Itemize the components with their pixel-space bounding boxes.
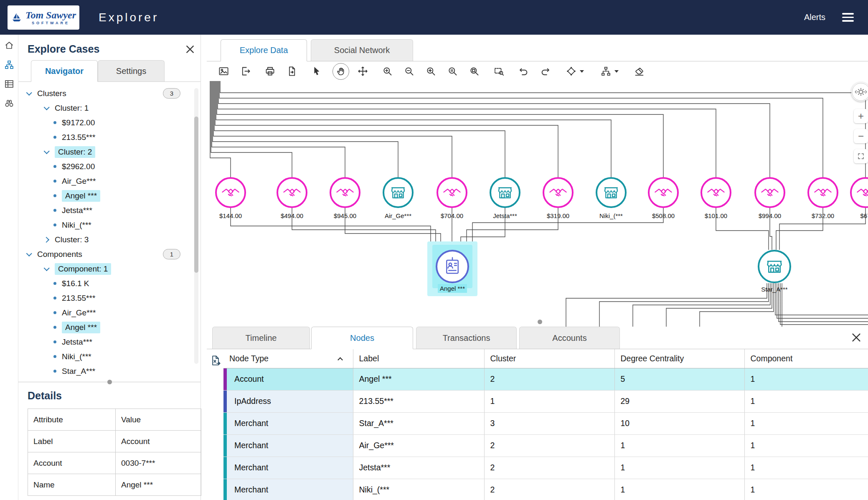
- zoom-in-icon[interactable]: [379, 63, 396, 80]
- transaction-node[interactable]: [543, 177, 574, 208]
- tab-nodes[interactable]: Nodes: [311, 327, 413, 349]
- col-component[interactable]: Component: [744, 349, 868, 368]
- merchant-node[interactable]: [383, 177, 414, 208]
- resize-handle[interactable]: [107, 380, 112, 384]
- account-node-selected[interactable]: [436, 250, 469, 283]
- zoom-out-icon[interactable]: [401, 63, 417, 80]
- fit-to-view-button[interactable]: [854, 149, 868, 163]
- handshake-icon: [221, 183, 240, 202]
- page-export-icon[interactable]: [283, 63, 300, 80]
- tab-transactions[interactable]: Transactions: [416, 327, 517, 349]
- scrollbar-thumb[interactable]: [194, 117, 198, 273]
- table-row[interactable]: Merchant Star_A*** 3 10 1: [223, 412, 868, 434]
- chevron-down-icon[interactable]: [26, 250, 32, 256]
- chevron-down-icon[interactable]: [26, 89, 32, 95]
- tree-item[interactable]: Niki_(***: [18, 349, 201, 364]
- graph-canvas[interactable]: $144.00 $494.00 $945.00 Air_Ge*** $704.0…: [207, 81, 868, 327]
- transaction-node[interactable]: [277, 177, 307, 208]
- zoom-out-button[interactable]: −: [854, 129, 868, 143]
- export-icon[interactable]: [237, 63, 254, 80]
- home-icon[interactable]: [4, 41, 14, 52]
- tree-item[interactable]: $2962.00: [18, 159, 201, 174]
- select-arrow-icon[interactable]: [308, 63, 325, 80]
- tree-item-cluster-2[interactable]: Cluster: 2: [18, 145, 201, 159]
- tab-settings[interactable]: Settings: [98, 60, 165, 81]
- tree-item[interactable]: Air_Ge***: [18, 174, 201, 188]
- merchant-node[interactable]: [596, 177, 627, 208]
- col-node-type[interactable]: Node Type: [223, 349, 353, 368]
- merchant-hub-node[interactable]: [758, 250, 791, 283]
- chevron-right-icon[interactable]: [43, 236, 49, 242]
- export-table-icon[interactable]: [209, 354, 223, 368]
- transaction-node[interactable]: [330, 177, 360, 208]
- hierarchy-layout-icon[interactable]: [596, 63, 623, 80]
- chevron-down-icon[interactable]: [580, 70, 584, 73]
- table-view-icon[interactable]: [4, 79, 14, 91]
- marquee-zoom-icon[interactable]: [490, 63, 507, 80]
- col-degree-centrality[interactable]: Degree Centrality: [614, 349, 744, 368]
- chevron-down-icon[interactable]: [44, 148, 50, 154]
- table-row[interactable]: Merchant Air_Ge*** 2 1 1: [223, 434, 868, 457]
- close-icon[interactable]: [185, 45, 195, 54]
- merchant-node[interactable]: [490, 177, 520, 208]
- tree-item-component-1[interactable]: Component: 1: [18, 261, 201, 276]
- table-row[interactable]: Account Angel *** 2 5 1: [223, 368, 868, 390]
- layout-picker-icon[interactable]: [561, 63, 588, 80]
- col-label[interactable]: Label: [353, 349, 484, 368]
- tree-item[interactable]: 213.55***: [18, 130, 201, 145]
- transaction-node[interactable]: [700, 177, 731, 208]
- transaction-node[interactable]: [754, 177, 785, 208]
- transaction-node[interactable]: [437, 177, 467, 208]
- image-export-icon[interactable]: [215, 63, 232, 80]
- tree-item[interactable]: 213.55***: [18, 291, 201, 305]
- tree-item-angel[interactable]: Angel ***: [18, 188, 201, 203]
- tab-timeline[interactable]: Timeline: [212, 327, 310, 349]
- chevron-down-icon[interactable]: [614, 70, 619, 73]
- tree-item[interactable]: Jetsta***: [18, 335, 201, 349]
- logo-subtitle: SOFTWARE: [32, 21, 70, 25]
- tab-social-network[interactable]: Social Network: [311, 39, 413, 61]
- tree-item[interactable]: $16.1 K: [18, 276, 201, 291]
- binoculars-search-icon[interactable]: [4, 98, 14, 110]
- tree-item[interactable]: Star_A***: [18, 364, 201, 378]
- hamburger-menu-icon[interactable]: [842, 13, 854, 22]
- table-row[interactable]: Merchant Jetsta*** 2 1 1: [223, 457, 868, 479]
- zoom-selected-icon[interactable]: [422, 63, 439, 80]
- alerts-button[interactable]: Alerts: [804, 13, 825, 22]
- tom-sawyer-logo[interactable]: Tom Sawyer SOFTWARE: [8, 5, 79, 30]
- fit-window-icon[interactable]: [466, 63, 482, 80]
- tab-accounts[interactable]: Accounts: [519, 327, 620, 349]
- move-icon[interactable]: [354, 63, 371, 80]
- table-row[interactable]: Merchant Niki_(*** 2 1 1: [223, 479, 868, 500]
- redo-icon[interactable]: [537, 63, 553, 80]
- sort-ascending-icon[interactable]: [338, 357, 343, 363]
- tree-item-angel[interactable]: Angel ***: [18, 320, 201, 335]
- zoom-out-alt-icon[interactable]: [444, 63, 461, 80]
- tree-item-cluster-3[interactable]: Cluster: 3: [18, 232, 201, 247]
- print-icon[interactable]: [261, 63, 278, 80]
- tab-navigator[interactable]: Navigator: [31, 60, 98, 82]
- chevron-down-icon[interactable]: [44, 265, 50, 271]
- table-row[interactable]: IpAddress 213.55*** 1 29 1: [223, 390, 868, 412]
- transaction-node[interactable]: [215, 177, 246, 208]
- tab-explore-data[interactable]: Explore Data: [221, 39, 307, 61]
- zoom-in-button[interactable]: +: [854, 109, 868, 123]
- tree-item[interactable]: Air_Ge***: [18, 305, 201, 320]
- hierarchy-explorer-icon[interactable]: [4, 60, 14, 71]
- chevron-down-icon[interactable]: [44, 104, 50, 110]
- tree-item[interactable]: Jetsta***: [18, 203, 201, 218]
- transaction-node[interactable]: [807, 177, 838, 208]
- pan-orbit-control[interactable]: [851, 82, 868, 102]
- col-cluster[interactable]: Cluster: [484, 349, 614, 368]
- tree-item[interactable]: Niki_(***: [18, 218, 201, 232]
- splitter-handle[interactable]: [538, 320, 542, 324]
- undo-icon[interactable]: [515, 63, 532, 80]
- tree-item-cluster-1[interactable]: Cluster: 1: [18, 101, 201, 115]
- tree-item[interactable]: $9172.00: [18, 115, 201, 130]
- pan-hand-icon[interactable]: [332, 63, 349, 80]
- transaction-node[interactable]: [648, 177, 679, 208]
- clear-icon[interactable]: [631, 63, 647, 80]
- tree-item-clusters[interactable]: Clusters3: [18, 86, 201, 101]
- tree-item-components[interactable]: Components1: [18, 247, 201, 261]
- close-icon[interactable]: [851, 332, 861, 343]
